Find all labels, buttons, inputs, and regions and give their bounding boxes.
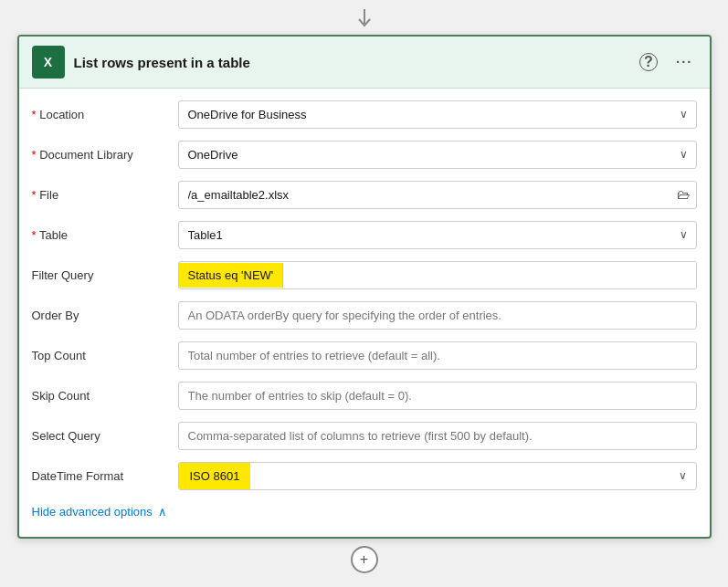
location-select-wrapper: OneDrive for Business ∨ bbox=[178, 100, 697, 129]
order-by-input[interactable] bbox=[178, 301, 697, 330]
file-input[interactable] bbox=[178, 181, 697, 209]
header-actions: ? ··· bbox=[636, 51, 697, 73]
card-title: List rows present in a table bbox=[74, 55, 627, 70]
filter-query-input[interactable] bbox=[283, 262, 695, 288]
select-query-label: Select Query bbox=[32, 429, 178, 443]
card-header: X List rows present in a table ? ··· bbox=[19, 37, 710, 89]
filter-query-wrapper: Status eq 'NEW' bbox=[178, 261, 697, 289]
select-query-input[interactable] bbox=[178, 422, 697, 450]
file-input-wrapper: 🗁 bbox=[178, 181, 697, 209]
datetime-format-tag: ISO 8601 bbox=[179, 463, 251, 489]
order-by-row: Order By bbox=[19, 295, 710, 335]
skip-count-label: Skip Count bbox=[32, 389, 178, 403]
filter-query-control: Status eq 'NEW' bbox=[178, 261, 697, 289]
datetime-format-row: DateTime Format ISO 8601 ∨ bbox=[19, 456, 710, 496]
document-library-control: OneDrive ∨ bbox=[178, 141, 697, 169]
datetime-chevron-icon: ∨ bbox=[679, 469, 687, 482]
top-count-row: Top Count bbox=[19, 335, 710, 375]
table-row: Table Table1 ∨ bbox=[19, 215, 710, 255]
order-by-label: Order By bbox=[32, 309, 178, 322]
select-query-control bbox=[178, 422, 697, 450]
arrow-down-icon bbox=[356, 9, 373, 29]
filter-query-label: Filter Query bbox=[32, 268, 178, 282]
connector-bottom: + bbox=[351, 546, 378, 573]
document-library-select[interactable]: OneDrive bbox=[178, 141, 697, 169]
file-row: File 🗁 bbox=[19, 174, 710, 215]
table-label: Table bbox=[32, 228, 178, 242]
document-library-label: Document Library bbox=[32, 148, 178, 162]
top-count-label: Top Count bbox=[32, 349, 178, 362]
datetime-format-label: DateTime Format bbox=[32, 469, 178, 483]
excel-icon: X bbox=[32, 46, 65, 79]
skip-count-row: Skip Count bbox=[19, 375, 710, 415]
skip-count-control bbox=[178, 382, 697, 410]
file-control: 🗁 bbox=[178, 181, 697, 209]
top-count-control bbox=[178, 341, 697, 370]
help-button[interactable]: ? bbox=[636, 51, 661, 73]
folder-icon: 🗁 bbox=[677, 187, 690, 202]
datetime-format-wrapper[interactable]: ISO 8601 ∨ bbox=[178, 462, 697, 490]
chevron-up-icon: ∧ bbox=[158, 505, 167, 519]
datetime-format-control: ISO 8601 ∨ bbox=[178, 462, 697, 490]
location-select[interactable]: OneDrive for Business bbox=[178, 100, 697, 129]
connector-arrow-top bbox=[356, 9, 373, 29]
skip-count-input[interactable] bbox=[178, 382, 697, 410]
hide-advanced-link[interactable]: Hide advanced options bbox=[32, 505, 153, 519]
table-select[interactable]: Table1 bbox=[178, 221, 697, 249]
table-select-wrapper: Table1 ∨ bbox=[178, 221, 697, 249]
card-body: Location OneDrive for Business ∨ Documen… bbox=[19, 89, 710, 537]
location-control: OneDrive for Business ∨ bbox=[178, 100, 697, 129]
more-options-button[interactable]: ··· bbox=[672, 52, 697, 72]
filter-query-row: Filter Query Status eq 'NEW' bbox=[19, 255, 710, 295]
document-library-row: Document Library OneDrive ∨ bbox=[19, 134, 710, 174]
hide-advanced-section: Hide advanced options ∧ bbox=[19, 496, 710, 531]
location-row: Location OneDrive for Business ∨ bbox=[19, 94, 710, 134]
filter-tag: Status eq 'NEW' bbox=[179, 263, 284, 288]
file-label: File bbox=[32, 188, 178, 202]
document-library-select-wrapper: OneDrive ∨ bbox=[178, 141, 697, 169]
select-query-row: Select Query bbox=[19, 415, 710, 456]
order-by-control bbox=[178, 301, 697, 330]
action-card: X List rows present in a table ? ··· Loc… bbox=[17, 35, 712, 539]
table-control: Table1 ∨ bbox=[178, 221, 697, 249]
location-label: Location bbox=[32, 108, 178, 121]
top-count-input[interactable] bbox=[178, 341, 697, 370]
add-step-button[interactable]: + bbox=[351, 546, 378, 573]
